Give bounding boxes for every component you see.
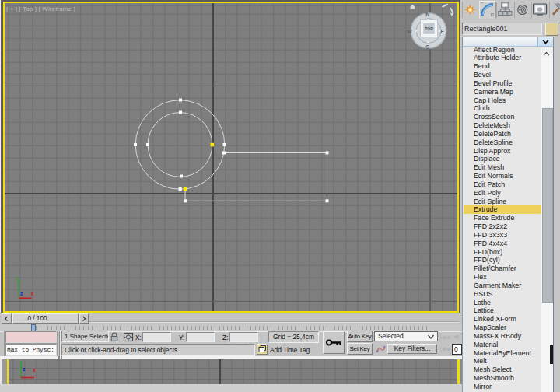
svg-text:z: z	[20, 291, 23, 296]
svg-text:E: E	[440, 29, 444, 34]
svg-text:x: x	[31, 291, 34, 296]
svg-text:W: W	[407, 29, 412, 34]
svg-text:x: x	[33, 367, 36, 373]
svg-text:TOP: TOP	[425, 26, 433, 31]
svg-text:z: z	[23, 366, 26, 372]
svg-text:S: S	[425, 44, 429, 50]
svg-text:N: N	[425, 12, 429, 17]
